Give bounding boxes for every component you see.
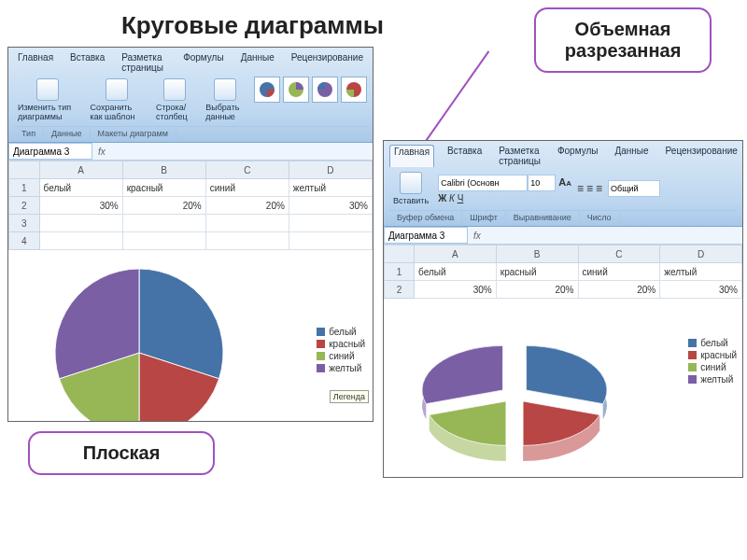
sheet-grid-2[interactable]: ABCD 1белыйкрасныйсинийжелтый 230%20%20%… bbox=[384, 245, 742, 299]
tab-formulas-2[interactable]: Формулы bbox=[554, 145, 602, 167]
c2-c1[interactable]: синий bbox=[578, 263, 660, 281]
rowcol-icon bbox=[163, 78, 186, 101]
swatch-blue bbox=[317, 352, 325, 360]
legend-yellow: желтый bbox=[329, 363, 361, 373]
tab-insert-2[interactable]: Вставка bbox=[444, 145, 486, 167]
col-c[interactable]: C bbox=[205, 161, 289, 179]
leg2-white: белый bbox=[700, 338, 727, 348]
c2-a2[interactable]: 30% bbox=[415, 281, 497, 299]
select-icon bbox=[214, 78, 236, 101]
font-name[interactable] bbox=[438, 175, 528, 191]
align-left-icon[interactable]: ≡ bbox=[577, 182, 584, 195]
cell-d1[interactable]: желтый bbox=[289, 179, 372, 197]
tab-layout-2[interactable]: Разметка страницы bbox=[495, 145, 544, 167]
change-type-label: Изменить тип диаграммы bbox=[18, 103, 78, 121]
c2-d1[interactable]: желтый bbox=[660, 263, 742, 281]
legend-white: белый bbox=[329, 327, 356, 337]
col-d[interactable]: D bbox=[289, 161, 372, 179]
ribbon: Главная Вставка Разметка страницы Формул… bbox=[8, 48, 373, 143]
name-box-row: fx bbox=[8, 143, 373, 161]
align-right-icon[interactable]: ≡ bbox=[596, 182, 602, 195]
tab-data-2[interactable]: Данные bbox=[611, 145, 652, 167]
grp-type: Тип bbox=[14, 127, 44, 140]
legend-tooltip: Легенда bbox=[330, 390, 369, 403]
align-center-icon[interactable]: ≡ bbox=[586, 182, 593, 195]
increase-font-icon[interactable]: A bbox=[558, 176, 566, 188]
rowcol-label: Строка/столбец bbox=[156, 103, 192, 121]
italic-button[interactable]: К bbox=[449, 193, 455, 203]
leg2-red: красный bbox=[700, 350, 737, 360]
decrease-font-icon[interactable]: A bbox=[566, 179, 571, 188]
excel-window-3d: Главная Вставка Разметка страницы Формул… bbox=[383, 140, 743, 478]
c2-c2[interactable]: 20% bbox=[578, 281, 660, 299]
font-size[interactable] bbox=[528, 175, 556, 191]
layout-3[interactable] bbox=[312, 77, 338, 103]
slide-title: Круговые диаграммы bbox=[121, 11, 384, 40]
layout-1[interactable] bbox=[254, 77, 280, 103]
cell-c2[interactable]: 20% bbox=[205, 197, 289, 215]
leg2-yellow: желтый bbox=[700, 374, 733, 385]
row-2[interactable]: 2 bbox=[9, 197, 40, 215]
name-box[interactable] bbox=[8, 143, 92, 160]
swatch-yellow bbox=[317, 364, 325, 372]
tab-data[interactable]: Данные bbox=[237, 51, 278, 74]
paste-label: Вставить bbox=[393, 196, 429, 205]
chart-flat-pie[interactable]: белый красный синий желтый Легенда bbox=[8, 250, 373, 422]
col-a2h[interactable]: A bbox=[415, 245, 497, 263]
cell-a1[interactable]: белый bbox=[39, 179, 122, 197]
col-b2h[interactable]: B bbox=[496, 245, 578, 263]
c2-b1[interactable]: красный bbox=[496, 263, 578, 281]
cell-d2[interactable]: 30% bbox=[289, 197, 372, 215]
row-1[interactable]: 1 bbox=[9, 179, 40, 197]
cell-b1[interactable]: красный bbox=[122, 179, 205, 197]
tab-review-2[interactable]: Рецензирование bbox=[662, 145, 741, 167]
grp-clipboard: Буфер обмена bbox=[389, 211, 462, 224]
number-format[interactable] bbox=[608, 180, 660, 197]
save-templ-label: Сохранить как шаблон bbox=[91, 103, 143, 121]
name-box-2[interactable] bbox=[384, 227, 468, 244]
col-c2h[interactable]: C bbox=[578, 245, 660, 263]
ribbon-home: Главная Вставка Разметка страницы Формул… bbox=[384, 141, 742, 227]
col-d2h[interactable]: D bbox=[660, 245, 742, 263]
sheet-grid[interactable]: ABCD 1белыйкрасныйсинийжелтый 230%20%20%… bbox=[8, 161, 373, 250]
chart-layout-gallery[interactable] bbox=[254, 77, 367, 123]
col-a[interactable]: A bbox=[39, 161, 122, 179]
cell-c1[interactable]: синий bbox=[205, 179, 289, 197]
save-template-button[interactable]: Сохранить как шаблон bbox=[87, 77, 147, 123]
tab-review[interactable]: Рецензирование bbox=[288, 51, 367, 74]
tab-layout[interactable]: Разметка страницы bbox=[118, 51, 170, 74]
chart-icon bbox=[36, 78, 59, 101]
c2-b2[interactable]: 20% bbox=[496, 281, 578, 299]
c2-d2[interactable]: 30% bbox=[660, 281, 742, 299]
switch-rowcol-button[interactable]: Строка/столбец bbox=[152, 77, 196, 123]
template-icon bbox=[106, 78, 128, 101]
callout-flat: Плоская bbox=[28, 431, 215, 475]
layout-2[interactable] bbox=[283, 77, 309, 103]
col-b[interactable]: B bbox=[122, 161, 205, 179]
fx-icon-2[interactable]: fx bbox=[468, 231, 486, 241]
cell-a2[interactable]: 30% bbox=[39, 197, 122, 215]
tab-formulas[interactable]: Формулы bbox=[179, 51, 228, 74]
bold-button[interactable]: Ж bbox=[438, 193, 446, 203]
swatch-red bbox=[317, 340, 325, 348]
tab-home-2[interactable]: Главная bbox=[389, 145, 434, 167]
legend[interactable]: белый красный синий желтый bbox=[317, 325, 365, 375]
underline-button[interactable]: Ч bbox=[458, 193, 464, 203]
legend-2[interactable]: белый красный синий желтый bbox=[688, 336, 737, 386]
c2-a1[interactable]: белый bbox=[415, 263, 497, 281]
select-data-button[interactable]: Выбрать данные bbox=[202, 77, 248, 123]
tab-insert[interactable]: Вставка bbox=[66, 51, 108, 74]
layout-4[interactable] bbox=[341, 77, 367, 103]
paste-icon bbox=[400, 172, 422, 194]
grp-number: Число bbox=[580, 211, 620, 224]
legend-red: красный bbox=[329, 339, 365, 349]
fx-icon[interactable]: fx bbox=[92, 147, 111, 157]
chart-3d-pie[interactable]: белый красный синий желтый bbox=[384, 299, 742, 478]
tab-home[interactable]: Главная bbox=[14, 51, 57, 74]
change-chart-type-button[interactable]: Изменить тип диаграммы bbox=[14, 77, 81, 123]
excel-window-flat: Главная Вставка Разметка страницы Формул… bbox=[7, 47, 374, 422]
cell-b2[interactable]: 20% bbox=[122, 197, 205, 215]
swatch-white bbox=[317, 328, 325, 336]
paste-button[interactable]: Вставить bbox=[389, 170, 432, 207]
grp-align: Выравнивание bbox=[506, 211, 580, 224]
